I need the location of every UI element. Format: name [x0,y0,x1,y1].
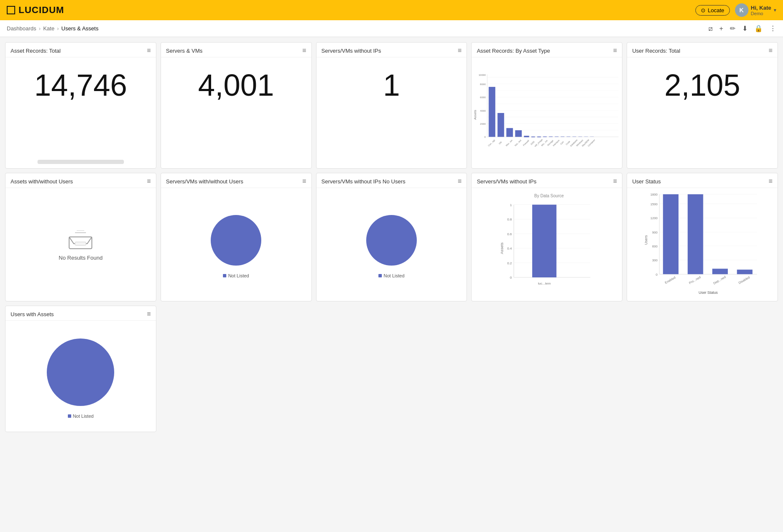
breadcrumb-dashboards[interactable]: Dashboards [7,25,36,32]
widget-menu-icon[interactable]: ≡ [302,47,306,54]
widget-menu-icon[interactable]: ≡ [147,47,150,54]
svg-text:0: 0 [656,273,657,277]
header: LUCIDUM ⊙ Locate K Hi, Kate Demo ▾ [0,0,783,20]
user-menu[interactable]: K Hi, Kate Demo ▾ [735,3,776,17]
lock-icon[interactable]: 🔒 [754,24,763,32]
sub-label: By Data Source [530,193,564,200]
svg-text:4000: 4000 [480,109,486,112]
legend-dot [68,414,71,418]
svg-text:Interface: Interface [552,139,560,147]
widget-body: No Results Found [5,188,156,301]
asset-type-bar-chart: Assets 0 2000 4000 [473,60,620,166]
svg-text:300: 300 [652,258,658,262]
widget-menu-icon[interactable]: ≡ [769,47,772,54]
svg-rect-51 [75,242,86,245]
add-icon[interactable]: + [719,25,723,32]
widget-menu-icon[interactable]: ≡ [613,47,617,54]
no-results: No Results Found [59,228,102,261]
pie-chart-large: Not Listed [11,326,151,427]
pie-chart: Not Listed [322,193,462,296]
locate-button[interactable]: ⊙ Locate [695,5,730,16]
widget-servers-vms-no-ips-datasource: Servers/VMs without IPs ≡ By Data Source… [471,173,622,301]
pie-label: Not Listed [223,273,249,278]
widget-body: Not Listed [5,321,156,432]
big-number-value: 1 [383,70,400,100]
svg-rect-36 [555,136,559,137]
widget-menu-icon[interactable]: ≡ [147,310,150,318]
svg-rect-94 [737,270,753,274]
logo-box [7,6,15,14]
big-number-value: 14,746 [34,70,127,100]
widget-menu-icon[interactable]: ≡ [458,177,461,185]
svg-text:VM: VM [498,141,502,145]
widget-body: 2,105 [627,57,778,168]
svg-rect-22 [507,128,513,137]
widget-title: Asset Records: By Asset Type [477,48,550,54]
locate-label: Locate [708,7,724,13]
widget-body: 1 [316,57,467,168]
breadcrumb-kate[interactable]: Kate [43,25,54,32]
toolbar-icons: ⧄ + ✏ ⬇ 🔒 ⋮ [708,24,776,32]
svg-rect-70 [532,204,557,277]
svg-rect-32 [543,136,547,137]
widget-user-records-total: User Records: Total ≡ 2,105 [627,42,778,169]
widget-menu-icon[interactable]: ≡ [302,177,306,185]
svg-rect-18 [489,87,496,137]
widget-header: Asset Records: By Asset Type ≡ [472,43,622,57]
widget-servers-vms: Servers & VMs ≡ 4,001 [161,42,312,169]
widget-servers-vms-no-ips-no-users: Servers/VMs without IPs No Users ≡ Not L… [316,173,467,301]
locate-icon: ⊙ [701,7,705,13]
header-right: ⊙ Locate K Hi, Kate Demo ▾ [695,3,776,17]
svg-rect-24 [515,130,522,137]
widget-header: Assets with/without Users ≡ [5,173,156,188]
breadcrumb-sep1: › [39,25,40,32]
widget-header: Servers/VMs with/without Users ≡ [161,173,311,188]
widget-menu-icon[interactable]: ≡ [147,177,150,185]
svg-rect-40 [567,136,571,137]
widget-title: Servers/VMs with/without Users [166,178,244,185]
avatar: K [735,3,748,17]
svg-rect-26 [524,136,529,137]
widget-title: Servers/VMs without IPs [322,48,381,54]
svg-text:2000: 2000 [480,122,486,125]
filter-icon[interactable]: ⧄ [708,25,713,32]
chevron-down-icon: ▾ [774,7,776,13]
scroll-bar[interactable] [38,160,123,164]
pie-chart: Not Listed [166,193,306,296]
widget-menu-icon[interactable]: ≡ [458,47,461,54]
user-sub: Demo [751,11,771,16]
svg-text:8000: 8000 [480,82,486,85]
pie-legend-text: Not Listed [228,273,249,278]
svg-text:1500: 1500 [651,202,658,206]
download-icon[interactable]: ⬇ [742,24,748,32]
svg-text:Wor...ion: Wor...ion [505,139,513,147]
svg-rect-28 [531,136,535,137]
widget-users-with-assets: Users with Assets ≡ Not Listed [5,306,156,432]
svg-text:Con...agt: Con...agt [488,138,496,147]
widget-body: By Data Source Assets 0 0.2 0.4 [472,188,622,301]
breadcrumb-bar: Dashboards › Kate › Users & Assets ⧄ + ✏… [0,20,783,37]
more-options-icon[interactable]: ⋮ [770,24,776,32]
widget-menu-icon[interactable]: ≡ [613,177,617,185]
svg-rect-88 [663,194,678,274]
dashboard: Asset Records: Total ≡ 14,746 Servers & … [0,37,783,437]
logo: LUCIDUM [7,5,64,16]
svg-text:600: 600 [652,245,658,248]
breadcrumb-sep2: › [57,25,59,32]
widget-user-status: User Status ≡ Users [627,173,778,301]
widget-header: User Status ≡ [627,173,778,188]
widget-title: Servers/VMs without IPs [477,178,536,185]
svg-text:Enabled: Enabled [664,276,676,285]
edit-icon[interactable]: ✏ [730,24,735,32]
legend-dot [378,274,382,277]
svg-text:Cert: Cert [560,140,565,145]
widget-header: Servers/VMs without IPs ≡ [316,43,467,57]
widget-body: Assets 0 2000 4000 [472,57,622,168]
widget-asset-records-by-type: Asset Records: By Asset Type ≡ Assets [471,42,622,169]
legend-dot [223,274,226,277]
widget-menu-icon[interactable]: ≡ [769,177,772,185]
widget-header: Servers/VMs without IPs No Users ≡ [316,173,467,188]
widget-body: Users 0 300 600 900 [627,188,778,301]
widget-header: Users with Assets ≡ [5,306,156,321]
datasource-bar-chart: Assets 0 0.2 0.4 0.6 0.8 1 [473,200,620,297]
